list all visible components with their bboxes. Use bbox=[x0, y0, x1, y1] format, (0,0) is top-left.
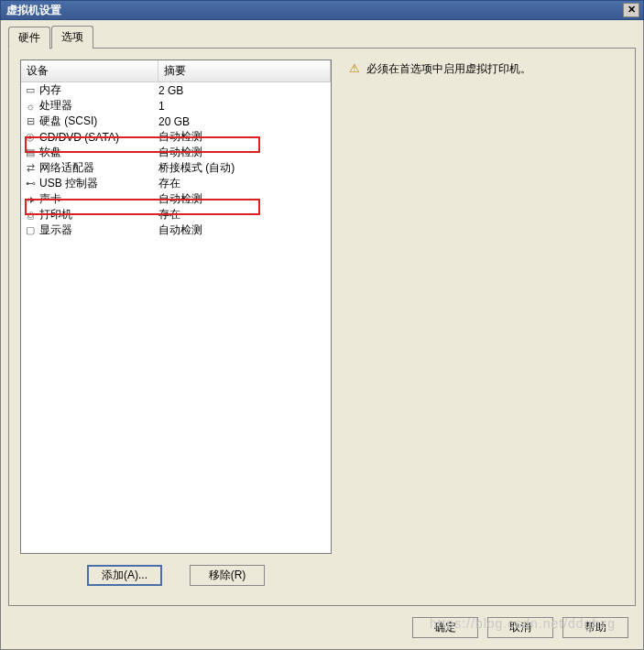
close-button[interactable]: ✕ bbox=[623, 3, 639, 17]
device-summary: 桥接模式 (自动) bbox=[158, 160, 329, 176]
device-name: 硬盘 (SCSI) bbox=[39, 114, 158, 129]
device-summary: 存在 bbox=[158, 207, 329, 222]
device-summary: 20 GB bbox=[158, 115, 329, 128]
info-text: 必须在首选项中启用虚拟打印机。 bbox=[366, 61, 531, 77]
device-summary: 自动检测 bbox=[158, 129, 329, 145]
device-name: USB 控制器 bbox=[39, 176, 158, 191]
cd-icon: ◎ bbox=[23, 131, 38, 144]
device-name: 处理器 bbox=[39, 98, 158, 114]
usb-icon: ⊷ bbox=[23, 178, 38, 190]
device-row[interactable]: ▢显示器自动检测 bbox=[21, 222, 331, 238]
warning-icon: ⚠ bbox=[348, 61, 361, 74]
device-summary: 2 GB bbox=[158, 84, 329, 97]
network-icon: ⇄ bbox=[23, 162, 38, 175]
device-name: CD/DVD (SATA) bbox=[39, 131, 158, 144]
list-header: 设备 摘要 bbox=[21, 60, 331, 82]
device-list: 设备 摘要 ▭内存2 GB☼处理器1⊟硬盘 (SCSI)20 GB◎CD/DVD… bbox=[20, 60, 332, 554]
device-summary: 自动检测 bbox=[158, 191, 329, 207]
add-button[interactable]: 添加(A)... bbox=[87, 565, 162, 586]
header-summary[interactable]: 摘要 bbox=[158, 60, 331, 81]
printer-icon: ⎙ bbox=[23, 209, 38, 222]
device-name: 打印机 bbox=[39, 207, 158, 222]
window-title: 虚拟机设置 bbox=[5, 0, 61, 20]
display-icon: ▢ bbox=[23, 224, 38, 237]
cpu-icon: ☼ bbox=[23, 100, 38, 113]
info-message: ⚠ 必须在首选项中启用虚拟打印机。 bbox=[348, 61, 624, 77]
header-device[interactable]: 设备 bbox=[21, 60, 158, 81]
device-name: 显示器 bbox=[39, 222, 158, 238]
device-row[interactable]: 🕩声卡自动检测 bbox=[21, 191, 331, 207]
tab-strip: 硬件 选项 bbox=[8, 26, 636, 49]
device-summary: 自动检测 bbox=[158, 222, 329, 238]
sound-icon: 🕩 bbox=[23, 193, 38, 206]
list-body: ▭内存2 GB☼处理器1⊟硬盘 (SCSI)20 GB◎CD/DVD (SATA… bbox=[21, 82, 331, 238]
device-row[interactable]: ⊷USB 控制器存在 bbox=[21, 176, 331, 191]
device-row[interactable]: ☼处理器1 bbox=[21, 98, 331, 114]
title-bar: 虚拟机设置 ✕ bbox=[0, 0, 644, 20]
remove-button[interactable]: 移除(R) bbox=[190, 565, 265, 586]
device-summary: 1 bbox=[158, 100, 329, 113]
device-row[interactable]: ▭内存2 GB bbox=[21, 82, 331, 98]
tab-hardware[interactable]: 硬件 bbox=[8, 27, 50, 49]
device-summary: 存在 bbox=[158, 176, 329, 191]
device-summary: 自动检测 bbox=[158, 145, 329, 160]
device-row[interactable]: ⇄网络适配器桥接模式 (自动) bbox=[21, 160, 331, 176]
left-column: 设备 摘要 ▭内存2 GB☼处理器1⊟硬盘 (SCSI)20 GB◎CD/DVD… bbox=[20, 60, 332, 594]
disk-icon: ⊟ bbox=[23, 115, 38, 128]
tab-options[interactable]: 选项 bbox=[51, 26, 93, 49]
cancel-button[interactable]: 取消 bbox=[487, 617, 553, 638]
device-row[interactable]: ⊟硬盘 (SCSI)20 GB bbox=[21, 114, 331, 129]
floppy-icon: ▤ bbox=[23, 146, 38, 159]
help-button[interactable]: 帮助 bbox=[562, 617, 628, 638]
ok-button[interactable]: 确定 bbox=[412, 617, 478, 638]
device-row[interactable]: ▤软盘自动检测 bbox=[21, 145, 331, 160]
right-column: ⚠ 必须在首选项中启用虚拟打印机。 bbox=[348, 60, 624, 594]
device-row[interactable]: ◎CD/DVD (SATA)自动检测 bbox=[21, 129, 331, 145]
memory-icon: ▭ bbox=[23, 84, 38, 97]
list-buttons: 添加(A)... 移除(R) bbox=[20, 565, 332, 586]
device-name: 声卡 bbox=[39, 191, 158, 207]
tab-content: 设备 摘要 ▭内存2 GB☼处理器1⊟硬盘 (SCSI)20 GB◎CD/DVD… bbox=[8, 48, 636, 606]
device-row[interactable]: ⎙打印机存在 bbox=[21, 207, 331, 222]
device-name: 网络适配器 bbox=[39, 160, 158, 176]
device-name: 内存 bbox=[39, 82, 158, 98]
window-body: 硬件 选项 设备 摘要 ▭内存2 GB☼处理器1⊟硬盘 (SCSI)20 GB◎… bbox=[0, 20, 644, 650]
device-name: 软盘 bbox=[39, 145, 158, 160]
dialog-footer: 确定 取消 帮助 bbox=[412, 617, 628, 638]
